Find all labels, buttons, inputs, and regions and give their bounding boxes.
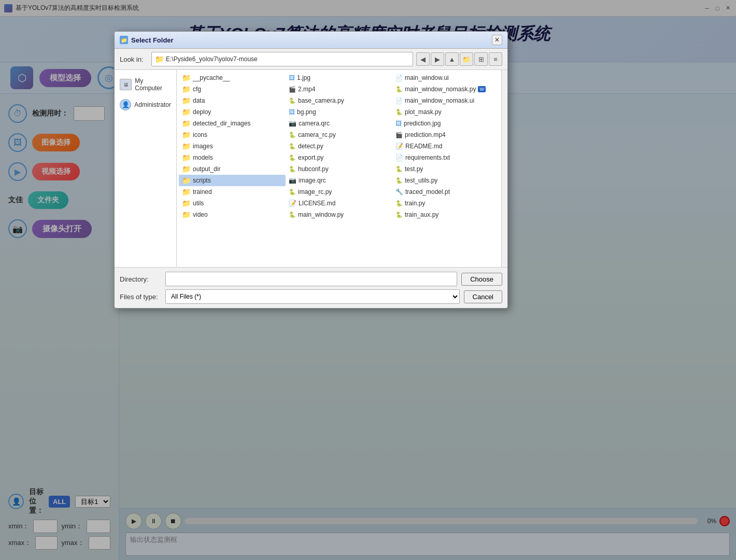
file-main-window-nomask-ui[interactable]: 📄 main_window_nomask.ui bbox=[392, 95, 499, 106]
file-export-py[interactable]: 🐍 export.py bbox=[286, 152, 392, 163]
file-data[interactable]: 📁 data bbox=[179, 95, 286, 106]
py-icon: 🐍 bbox=[395, 109, 403, 116]
dialog-close-button[interactable]: ✕ bbox=[492, 35, 502, 45]
folder-icon: 📁 bbox=[182, 165, 191, 173]
file-camera-rc[interactable]: 🐍 camera_rc.py bbox=[286, 129, 392, 141]
directory-input[interactable] bbox=[165, 272, 457, 286]
dialog-scrollbar[interactable] bbox=[501, 70, 507, 267]
file-license[interactable]: 📝 LICENSE.md bbox=[286, 198, 392, 209]
file-detected-dir[interactable]: 📁 detected_dir_images bbox=[179, 118, 286, 129]
view-grid-button[interactable]: ⊞ bbox=[474, 52, 488, 66]
file-test-utils[interactable]: 🐍 test_utils.py bbox=[392, 175, 499, 186]
nav-forward-button[interactable]: ▶ bbox=[431, 52, 444, 66]
folder-icon: 📁 bbox=[182, 131, 191, 139]
folder-icon: 📁 bbox=[182, 199, 191, 207]
filetype-row: Files of type: All Files (*) Cancel bbox=[120, 289, 502, 304]
py-icon: 🐍 bbox=[289, 143, 296, 150]
file-plot-mask[interactable]: 🐍 plot_mask.py bbox=[392, 106, 499, 118]
py-icon: 🐍 bbox=[289, 189, 296, 195]
folder-icon: 📁 bbox=[182, 96, 191, 105]
view-list-button[interactable]: ≡ bbox=[489, 52, 502, 66]
file-traced-model[interactable]: 🔧 traced_model.pt bbox=[392, 186, 499, 198]
lookin-label: Look in: bbox=[120, 55, 148, 63]
file-main-window-py[interactable]: 🐍 main_window.py bbox=[286, 209, 392, 220]
folder-icon: 📁 bbox=[182, 119, 191, 128]
dialog-left-nav: 🖥 My Computer 👤 Administrator bbox=[115, 70, 177, 267]
computer-icon: 🖥 bbox=[120, 79, 132, 90]
file-output-dir[interactable]: 📁 output_dir bbox=[179, 163, 286, 175]
file-image-qrc[interactable]: 📷 image.qrc bbox=[286, 175, 392, 186]
nav-my-computer[interactable]: 🖥 My Computer bbox=[115, 74, 176, 95]
md-icon: 📝 bbox=[395, 143, 403, 150]
dialog-footer: Directory: Choose Files of type: All Fil… bbox=[115, 267, 507, 308]
file-trained[interactable]: 📁 trained bbox=[179, 186, 286, 198]
file-1jpg[interactable]: 🖼 1.jpg bbox=[286, 72, 392, 83]
folder-icon: 📁 bbox=[155, 55, 164, 63]
dialog-lookin-row: Look in: 📁 E:\Pyside6_yolov7\yolov7-mous… bbox=[115, 49, 507, 70]
image-icon: 🖼 bbox=[395, 120, 402, 127]
image-icon: 🖼 bbox=[289, 108, 295, 116]
nav-my-computer-label: My Computer bbox=[135, 77, 171, 92]
py-icon: 🐍 bbox=[395, 166, 403, 173]
folder-icon: 📁 bbox=[182, 153, 191, 162]
file-scripts[interactable]: 📁 scripts bbox=[179, 175, 286, 186]
file-camera-qrc[interactable]: 📷 camera.qrc bbox=[286, 118, 392, 129]
dialog-file-area: 📁 __pycache__ 🖼 1.jpg 📄 main_window.ui 📁 bbox=[177, 70, 501, 267]
file-train-py[interactable]: 🐍 train.py bbox=[392, 198, 499, 209]
file-grid: 📁 __pycache__ 🖼 1.jpg 📄 main_window.ui 📁 bbox=[179, 72, 499, 220]
dialog-icon: 📁 bbox=[120, 36, 128, 44]
file-prediction-jpg[interactable]: 🖼 prediction.jpg bbox=[392, 118, 499, 129]
file-requirements[interactable]: 📄 requirements.txt bbox=[392, 152, 499, 163]
image-icon: 🖼 bbox=[289, 74, 295, 81]
md-icon: 📝 bbox=[289, 200, 296, 207]
files-type-select[interactable]: All Files (*) bbox=[165, 289, 460, 304]
nav-up-button[interactable]: ▲ bbox=[445, 52, 459, 66]
file-cfg[interactable]: 📁 cfg bbox=[179, 83, 286, 95]
lookin-nav-buttons: ◀ ▶ ▲ 📁 ⊞ ≡ bbox=[416, 52, 502, 66]
file-hubconf[interactable]: 🐍 hubconf.py bbox=[286, 163, 392, 175]
file-image-rc[interactable]: 🐍 image_rc.py bbox=[286, 186, 392, 198]
file-video[interactable]: 📁 video bbox=[179, 209, 286, 220]
directory-label: Directory: bbox=[120, 275, 161, 283]
py-icon: 🐍 bbox=[395, 177, 403, 184]
file-deploy[interactable]: 📁 deploy bbox=[179, 106, 286, 118]
dialog-title: Select Folder bbox=[131, 36, 174, 44]
file-bgpng[interactable]: 🖼 bg.png bbox=[286, 106, 392, 118]
directory-row: Directory: Choose bbox=[120, 272, 502, 286]
folder-icon: 📁 bbox=[182, 188, 191, 196]
ui-icon: 📄 bbox=[395, 75, 403, 81]
file-readme[interactable]: 📝 README.md bbox=[392, 141, 499, 152]
file-images[interactable]: 📁 images bbox=[179, 141, 286, 152]
folder-icon: 📁 bbox=[182, 176, 191, 185]
file-utils[interactable]: 📁 utils bbox=[179, 198, 286, 209]
txt-icon: 📄 bbox=[395, 154, 403, 161]
file-pycache[interactable]: 📁 __pycache__ bbox=[179, 72, 286, 83]
qrc-icon: 📷 bbox=[289, 177, 296, 184]
folder-icon: 📁 bbox=[182, 74, 191, 82]
py-icon: 🐍 bbox=[395, 212, 403, 218]
qrc-icon: 📷 bbox=[289, 120, 296, 127]
py-icon: 🐍 bbox=[395, 200, 403, 207]
file-detect-py[interactable]: 🐍 detect.py bbox=[286, 141, 392, 152]
lookin-path-text: E:\Pyside6_yolov7\yolov7-mouse bbox=[166, 55, 258, 63]
nav-administrator[interactable]: 👤 Administrator bbox=[115, 96, 176, 114]
file-2mp4[interactable]: 🎬 2.mp4 bbox=[286, 83, 392, 95]
file-main-window-nomask-py[interactable]: 🐍 main_window_nomask.py W bbox=[392, 83, 499, 95]
file-main-window-ui[interactable]: 📄 main_window.ui bbox=[392, 72, 499, 83]
dialog-overlay: 📁 Select Folder ✕ Look in: 📁 E:\Pyside6_… bbox=[0, 0, 736, 560]
file-models[interactable]: 📁 models bbox=[179, 152, 286, 163]
folder-icon: 📁 bbox=[182, 85, 191, 93]
video-icon: 🎬 bbox=[395, 132, 403, 138]
file-base-camera[interactable]: 🐍 base_camera.py bbox=[286, 95, 392, 106]
dialog-titlebar: 📁 Select Folder ✕ bbox=[115, 32, 507, 49]
file-train-aux[interactable]: 🐍 train_aux.py bbox=[392, 209, 499, 220]
nav-folder-button[interactable]: 📁 bbox=[460, 52, 473, 66]
file-test-py[interactable]: 🐍 test.py bbox=[392, 163, 499, 175]
py-icon: 🐍 bbox=[289, 166, 296, 173]
file-prediction-mp4[interactable]: 🎬 prediction.mp4 bbox=[392, 129, 499, 141]
nav-back-button[interactable]: ◀ bbox=[416, 52, 430, 66]
choose-button[interactable]: Choose bbox=[461, 273, 502, 286]
file-icons[interactable]: 📁 icons bbox=[179, 129, 286, 141]
py-icon: 🐍 bbox=[289, 132, 296, 138]
cancel-button[interactable]: Cancel bbox=[464, 290, 502, 303]
